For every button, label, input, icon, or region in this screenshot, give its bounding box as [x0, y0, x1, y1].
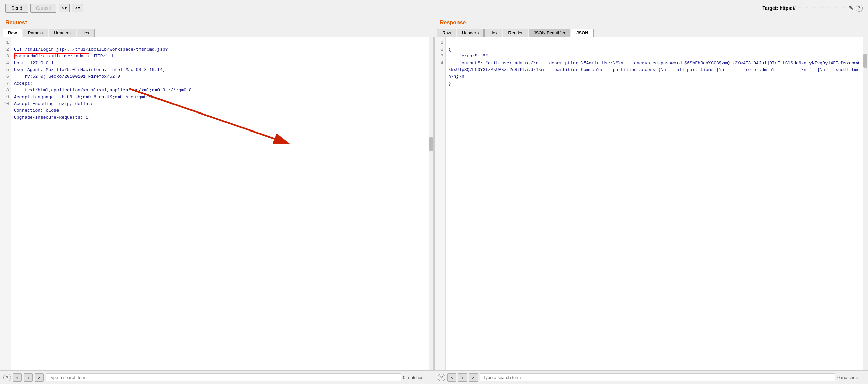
response-code-area: 1 2 3 4 { "error": "", "output": "auth u… [434, 37, 868, 370]
main-layout: Request Raw Params Headers Hex 1 2 3 4 5… [0, 16, 868, 384]
request-bottom-bar: ? < + > 0 matches [0, 370, 434, 384]
response-line-2: "error": "", [448, 54, 491, 59]
response-code-wrapper: 1 2 3 4 { "error": "", "output": "auth u… [434, 37, 868, 370]
request-line-4: User-Agent: Mozilla/5.0 (Macintosh; Inte… [14, 67, 165, 72]
help-icon-top[interactable]: ? [856, 5, 863, 12]
request-line-7: text/html,application/xhtml+xml,applicat… [14, 88, 192, 93]
search-prev-request[interactable]: < [13, 373, 22, 382]
highlighted-command: command=list+auth+user+admin [14, 53, 89, 59]
chevron-right-icon: > [75, 6, 77, 11]
matches-count-response: 0 matches [837, 375, 865, 380]
nav-fwd-button[interactable]: > ▾ [72, 4, 83, 12]
response-line-1: { [448, 47, 451, 52]
search-add-response[interactable]: + [458, 373, 467, 382]
request-line-11: Upgrade-Insecure-Requests: 1 [14, 115, 88, 120]
nav-back-button[interactable]: < ▾ [59, 4, 70, 12]
request-line-6: Accept: [14, 81, 33, 86]
request-line-2: command=list+auth+user+admin HTTP/1.1 [14, 53, 114, 59]
response-code-content[interactable]: { "error": "", "output": "auth user admi… [446, 37, 863, 370]
tab-json-beautifier[interactable]: JSON Beautifier [529, 29, 570, 37]
search-input-request[interactable] [46, 373, 401, 381]
target-area: Target: https:// — — — — — — — ✎ ? [763, 5, 863, 12]
cancel-button[interactable]: Cancel [30, 4, 57, 13]
tab-raw-request[interactable]: Raw [3, 29, 22, 37]
search-next-request[interactable]: > [35, 373, 44, 382]
help-icon-request[interactable]: ? [3, 374, 11, 381]
request-header: Request [0, 16, 434, 27]
send-button[interactable]: Send [5, 4, 28, 13]
response-bottom-bar: ? < + > 0 matches [434, 370, 868, 384]
tab-headers-request[interactable]: Headers [49, 29, 76, 37]
top-bar: Send Cancel < ▾ > ▾ Target: https:// — —… [0, 0, 868, 16]
request-scrollbar-thumb [429, 137, 433, 151]
edit-icon[interactable]: ✎ [849, 5, 853, 11]
chevron-left-icon: < [62, 6, 64, 11]
response-line-3: "output": "auth user admin {\n descripti… [448, 60, 859, 79]
tab-raw-response[interactable]: Raw [437, 29, 456, 37]
search-add-request[interactable]: + [24, 373, 33, 382]
tab-hex-request[interactable]: Hex [77, 29, 95, 37]
request-panel: Request Raw Params Headers Hex 1 2 3 4 5… [0, 16, 434, 384]
dropdown-arrow-icon2: ▾ [78, 6, 80, 11]
search-next-response[interactable]: > [469, 373, 478, 382]
request-line-1: GET /tmui/login.jsp/../tmui/locallb/work… [14, 47, 168, 52]
request-line-numbers: 1 2 3 4 5 6 7 8 9 10 [0, 37, 11, 370]
tab-params[interactable]: Params [23, 29, 48, 37]
response-line-4: } [448, 81, 451, 86]
request-line-9: Accept-Encoding: gzip, deflate [14, 101, 94, 106]
request-line-3: Host: 127.0.0.1 [14, 60, 54, 66]
response-scrollbar-thumb [863, 54, 867, 68]
response-tabs: Raw Headers Hex Render JSON Beautifier J… [434, 27, 868, 37]
target-label: Target: https:// [763, 5, 796, 11]
request-code-wrapper: 1 2 3 4 5 6 7 8 9 10 GET /tmui/login.jsp… [0, 37, 434, 370]
target-url: — — — — — — — [798, 5, 846, 11]
dropdown-arrow-icon: ▾ [65, 6, 67, 11]
tab-headers-response[interactable]: Headers [457, 29, 484, 37]
request-code-content[interactable]: GET /tmui/login.jsp/../tmui/locallb/work… [11, 37, 429, 370]
tab-render[interactable]: Render [503, 29, 528, 37]
request-line-10: Connection: close [14, 108, 59, 113]
response-scrollbar[interactable] [863, 37, 868, 370]
response-header: Response [434, 16, 868, 27]
request-tabs: Raw Params Headers Hex [0, 27, 434, 37]
tab-json[interactable]: JSON [571, 29, 593, 37]
request-scrollbar[interactable] [429, 37, 433, 370]
request-code-area: 1 2 3 4 5 6 7 8 9 10 GET /tmui/login.jsp… [0, 37, 434, 370]
tab-hex-response[interactable]: Hex [484, 29, 502, 37]
response-line-numbers: 1 2 3 4 [435, 37, 446, 370]
matches-count-request: 0 matches [403, 375, 430, 380]
response-panel: Response Raw Headers Hex Render JSON Bea… [434, 16, 868, 384]
search-input-response[interactable] [480, 373, 835, 381]
search-prev-response[interactable]: < [447, 373, 456, 382]
request-line-8: Accept-Language: zh-CN,zh;q=0.8,en-US;q=… [14, 94, 152, 100]
request-line-5: rv:52.0) Gecko/20100101 Firefox/52.0 [14, 74, 120, 79]
help-icon-response[interactable]: ? [438, 374, 445, 381]
toolbar-left: Send Cancel < ▾ > ▾ [5, 4, 83, 13]
